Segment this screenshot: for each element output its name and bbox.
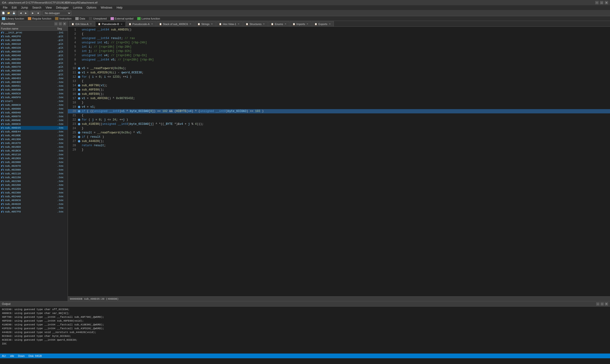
maximize-button[interactable]: □ xyxy=(600,1,603,4)
function-list-item[interactable]: sub_4004D3.tex xyxy=(0,77,68,80)
toolbar-run[interactable]: ▶ xyxy=(30,11,35,15)
function-list-item[interactable]: sub_402080.tex xyxy=(0,168,68,172)
menu-item-jump[interactable]: Jump xyxy=(19,5,30,10)
tab-close-button[interactable]: ✕ xyxy=(120,23,123,26)
tab-close-button[interactable]: ✕ xyxy=(89,23,92,26)
tab-hex-view-1[interactable]: 📋Hex View-1✕ xyxy=(216,21,243,26)
function-list-item[interactable]: sub_4022E0.tex xyxy=(0,187,68,191)
tab-enums[interactable]: 📋Enums✕ xyxy=(268,21,289,26)
function-list-item[interactable]: sub_400940.tex xyxy=(0,111,68,115)
function-list-item[interactable]: sub_4024A0.tex xyxy=(0,195,68,198)
function-list-item[interactable]: sub_4009C6.tex xyxy=(0,122,68,126)
function-list-item[interactable]: sub_4002F0.plt xyxy=(0,35,68,38)
function-list-item[interactable]: start.tex xyxy=(0,99,68,103)
debugger-select[interactable]: No debugger xyxy=(43,11,71,15)
toolbar-forward[interactable]: ▶ xyxy=(24,11,28,15)
function-list-item[interactable]: sub_401DE0.tex xyxy=(0,156,68,160)
functions-list[interactable]: __init_proc.inisub_4002F0.pltsub_400300.… xyxy=(0,31,68,301)
function-list-item[interactable]: sub_400390.plt xyxy=(0,73,68,77)
output-float-btn[interactable]: □ xyxy=(600,302,604,306)
function-list-item[interactable]: sub_400380.plt xyxy=(0,69,68,73)
menu-item-debugger[interactable]: Debugger xyxy=(54,5,71,10)
function-list-item[interactable]: sub_4005C0.tex xyxy=(0,92,68,95)
function-list-item[interactable]: sub_400E44.tex xyxy=(0,130,68,134)
tab-pseudocode-b[interactable]: 📋Pseudocode-B✕ xyxy=(95,21,125,27)
menu-item-edit[interactable]: Edit xyxy=(10,5,19,10)
toolbar-new[interactable]: 📄 xyxy=(1,11,6,15)
function-list-item[interactable]: sub_402360.tex xyxy=(0,191,68,195)
tab-icon: 📋 xyxy=(159,23,162,25)
function-list-item[interactable]: sub_400340.plt xyxy=(0,54,68,57)
tab-close-button[interactable]: ✕ xyxy=(328,23,331,26)
menu-item-lumina[interactable]: Lumina xyxy=(71,5,84,10)
function-list-item[interactable]: sub_402110.tex xyxy=(0,172,68,176)
function-list-item[interactable]: sub_402070.tex xyxy=(0,164,68,168)
function-list-item[interactable]: __init_proc.ini xyxy=(0,31,68,35)
function-list-item[interactable]: sub_4057F0.tex xyxy=(0,210,68,214)
menu-item-help[interactable]: Help xyxy=(115,5,124,10)
close-button[interactable]: ✕ xyxy=(605,1,608,4)
output-content[interactable]: 6CCE90: using guessed type char off_6CCE… xyxy=(0,307,610,353)
code-area[interactable]: 1unsigned __int64 sub_400D35()2{3 unsign… xyxy=(68,27,610,296)
function-list-item[interactable]: sub_4009AE.tex xyxy=(0,118,68,122)
function-list-item[interactable]: sub_4013D0.tex xyxy=(0,137,68,141)
function-seg: .tex xyxy=(57,100,67,103)
menu-item-search[interactable]: Search xyxy=(30,5,43,10)
function-list-item[interactable]: sub_402290.tex xyxy=(0,179,68,183)
function-list-item[interactable]: sub_401BC0.tex xyxy=(0,149,68,153)
function-list-item[interactable]: sub_4005F0.tex xyxy=(0,95,68,99)
function-list-item[interactable]: sub_401670.tex xyxy=(0,141,68,145)
toolbar-stop[interactable]: ■ xyxy=(36,11,40,15)
function-list-item[interactable]: sub_400320.plt xyxy=(0,46,68,50)
minimize-button[interactable]: ─ xyxy=(595,1,598,4)
function-list-item[interactable]: sub_400310.plt xyxy=(0,42,68,46)
function-list-item[interactable]: sub_402150.tex xyxy=(0,176,68,179)
function-list-item[interactable]: sub_400360.plt xyxy=(0,61,68,65)
functions-close-btn[interactable]: ✕ xyxy=(63,22,66,26)
function-list-item[interactable]: sub_400551.tex xyxy=(0,84,68,88)
tab-close-button[interactable]: ✕ xyxy=(306,23,309,26)
tab-close-button[interactable]: ✕ xyxy=(284,23,287,26)
tab-close-button[interactable]: ✕ xyxy=(237,23,240,26)
output-minimize-btn[interactable]: ─ xyxy=(596,302,599,306)
function-list-item[interactable]: sub_4010DE.tex xyxy=(0,134,68,137)
tab-close-button[interactable]: ✕ xyxy=(189,23,192,26)
function-list-item[interactable]: sub_400970.tex xyxy=(0,115,68,118)
tab-close-button[interactable]: ✕ xyxy=(210,23,213,26)
function-list-item[interactable]: sub_401C10.tex xyxy=(0,153,68,156)
function-list-item[interactable]: sub_400330.plt xyxy=(0,50,68,54)
menu-item-options[interactable]: Options xyxy=(85,5,98,10)
menu-item-view[interactable]: View xyxy=(44,5,54,10)
function-list-item[interactable]: sub_402000.tex xyxy=(0,160,68,164)
functions-float-btn[interactable]: □ xyxy=(59,22,62,26)
function-list-item[interactable]: sub_4004ED.tex xyxy=(0,80,68,84)
function-list-item[interactable]: sub_404290.tex xyxy=(0,206,68,210)
function-list-item[interactable]: sub_4016E0.tex xyxy=(0,145,68,149)
function-list-item[interactable]: sub_400900.tex xyxy=(0,107,68,111)
function-list-item[interactable]: sub_4008C0.tex xyxy=(0,103,68,107)
tab-strings[interactable]: 📋Strings✕ xyxy=(195,21,216,26)
tab-pseudocode-a[interactable]: 📋Pseudocode-A✕ xyxy=(126,21,156,26)
tab-imports[interactable]: 📋Imports✕ xyxy=(290,21,312,26)
toolbar-back[interactable]: ◀ xyxy=(18,11,23,15)
tab-stack-of-sub_4009c6[interactable]: 📋Stack of sub_4009C6✕ xyxy=(156,21,195,26)
menu-item-file[interactable]: File xyxy=(1,5,9,10)
output-close-btn[interactable]: ✕ xyxy=(605,302,608,306)
function-list-item[interactable]: sub_400D35.tex xyxy=(0,126,68,130)
function-list-item[interactable]: sub_400300.plt xyxy=(0,38,68,42)
tab-close-button[interactable]: ✕ xyxy=(151,23,154,26)
function-list-item[interactable]: sub_404020.tex xyxy=(0,202,68,206)
menu-item-windows[interactable]: Windows xyxy=(99,5,114,10)
function-list-item[interactable]: sub_4022D0.tex xyxy=(0,183,68,187)
tab-structures[interactable]: 📋Structures✕ xyxy=(243,21,268,26)
function-list-item[interactable]: sub_40059B.tex xyxy=(0,88,68,92)
function-list-item[interactable]: sub_400370.plt xyxy=(0,65,68,69)
tab-ida-view-a[interactable]: 📋IDA View-A✕ xyxy=(69,21,95,26)
tab-exports[interactable]: 📋Exports✕ xyxy=(312,21,334,26)
toolbar-open[interactable]: 📁 xyxy=(6,11,11,15)
functions-minimize-btn[interactable]: ─ xyxy=(54,22,58,26)
function-list-item[interactable]: sub_400350.plt xyxy=(0,57,68,61)
toolbar-save[interactable]: 💾 xyxy=(12,11,16,15)
function-list-item[interactable]: sub_4036C0.tex xyxy=(0,198,68,202)
tab-close-button[interactable]: ✕ xyxy=(262,23,265,26)
